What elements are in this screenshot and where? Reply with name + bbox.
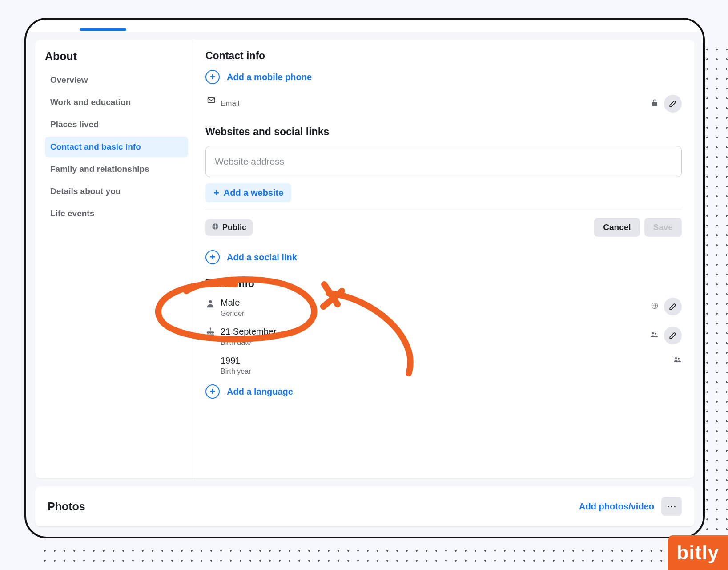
- sidebar-item-family-relationships[interactable]: Family and relationships: [45, 159, 188, 179]
- add-photos-link[interactable]: Add photos/video: [579, 501, 654, 512]
- plus-circle-icon: +: [205, 384, 220, 399]
- add-mobile-phone-label: Add a mobile phone: [227, 72, 312, 82]
- contact-info-heading: Contact info: [205, 50, 682, 62]
- svg-point-9: [678, 358, 680, 360]
- friends-icon[interactable]: [650, 331, 659, 341]
- active-tab-indicator: [80, 28, 126, 31]
- gender-value: Male: [221, 298, 651, 308]
- profile-tab-bar: [26, 20, 703, 32]
- plus-circle-icon: +: [205, 70, 220, 84]
- edit-gender-button[interactable]: [664, 298, 682, 315]
- cake-icon: [205, 327, 221, 340]
- add-website-label: Add a website: [224, 188, 283, 198]
- gender-label: Gender: [221, 310, 651, 318]
- add-language-label: Add a language: [227, 387, 293, 397]
- basic-info-heading: Basic info: [205, 278, 682, 290]
- divider: [205, 210, 682, 210]
- birth-date-label: Birth date: [221, 339, 650, 347]
- sidebar-item-work-education[interactable]: Work and education: [45, 92, 188, 113]
- birth-date-row: 21 September Birth date: [205, 327, 682, 347]
- svg-rect-4: [210, 329, 211, 331]
- add-website-button[interactable]: + Add a website: [205, 183, 291, 202]
- about-sidebar: About Overview Work and education Places…: [35, 40, 193, 478]
- person-icon: [205, 299, 221, 311]
- birth-year-row: 1991 Birth year: [205, 356, 682, 376]
- svg-point-2: [209, 300, 212, 303]
- browser-frame: About Overview Work and education Places…: [24, 18, 705, 538]
- svg-rect-5: [207, 335, 214, 337]
- photos-card: Photos Add photos/video ⋯: [35, 486, 694, 526]
- globe-icon[interactable]: [651, 302, 659, 312]
- privacy-selector[interactable]: Public: [205, 219, 253, 236]
- decor-speckles-bottom: [40, 546, 707, 566]
- sidebar-item-contact-basic-info[interactable]: Contact and basic info: [45, 137, 188, 157]
- friends-icon[interactable]: [673, 356, 682, 366]
- globe-icon: [212, 223, 219, 232]
- websites-heading: Websites and social links: [205, 126, 682, 138]
- website-address-input[interactable]: [205, 146, 682, 177]
- sidebar-item-details-about-you[interactable]: Details about you: [45, 181, 188, 202]
- birth-year-label: Birth year: [221, 368, 673, 376]
- email-row: Email: [205, 95, 682, 113]
- email-icon: [205, 96, 221, 107]
- lock-icon[interactable]: [651, 99, 659, 109]
- plus-circle-icon: +: [205, 250, 220, 264]
- sidebar-item-life-events[interactable]: Life events: [45, 203, 188, 224]
- cancel-button[interactable]: Cancel: [594, 218, 640, 237]
- edit-birth-date-button[interactable]: [664, 327, 682, 344]
- plus-icon: +: [213, 188, 219, 198]
- svg-point-7: [655, 332, 656, 334]
- add-language-link[interactable]: + Add a language: [205, 384, 682, 399]
- svg-point-6: [652, 332, 654, 334]
- add-social-link-label: Add a social link: [227, 252, 297, 263]
- add-mobile-phone-link[interactable]: + Add a mobile phone: [205, 70, 682, 84]
- about-main-panel: Contact info + Add a mobile phone Email: [193, 40, 694, 478]
- birth-year-value: 1991: [221, 356, 673, 366]
- add-social-link[interactable]: + Add a social link: [205, 250, 682, 264]
- photos-heading: Photos: [48, 500, 85, 513]
- privacy-label: Public: [222, 223, 246, 232]
- save-button: Save: [644, 218, 682, 237]
- birth-date-value: 21 September: [221, 327, 650, 337]
- about-card: About Overview Work and education Places…: [35, 40, 694, 478]
- website-action-bar: Public Cancel Save: [205, 218, 682, 237]
- gender-row: Male Gender: [205, 298, 682, 318]
- bitly-badge: bitly: [668, 535, 728, 570]
- edit-email-button[interactable]: [664, 95, 682, 113]
- sidebar-item-overview[interactable]: Overview: [45, 70, 188, 90]
- svg-point-8: [675, 357, 677, 360]
- email-label: Email: [221, 99, 651, 108]
- photos-more-button[interactable]: ⋯: [661, 497, 682, 516]
- sidebar-title: About: [45, 50, 188, 63]
- sidebar-item-places-lived[interactable]: Places lived: [45, 114, 188, 135]
